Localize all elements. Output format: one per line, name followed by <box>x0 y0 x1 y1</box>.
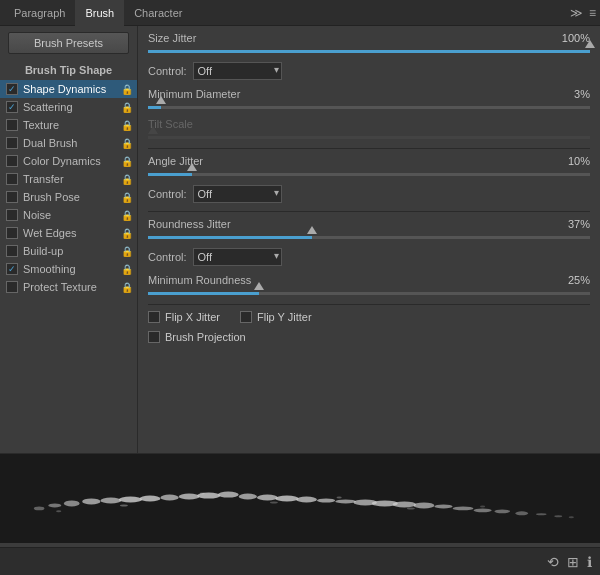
right-panel: Size Jitter 100% Control: Off Fade Pen P… <box>138 26 600 453</box>
divider-1 <box>148 148 590 149</box>
sidebar-item-dual-brush[interactable]: Dual Brush 🔒 <box>0 134 137 152</box>
svg-point-5 <box>119 497 142 503</box>
svg-point-31 <box>200 493 205 495</box>
svg-point-29 <box>56 510 61 512</box>
sidebar-item-wet-edges[interactable]: Wet Edges 🔒 <box>0 224 137 242</box>
checkbox-noise[interactable] <box>6 209 18 221</box>
label-protect-texture: Protect Texture <box>23 281 131 293</box>
min-roundness-row: Minimum Roundness 25% <box>148 274 590 286</box>
tab-character[interactable]: Character <box>124 0 192 26</box>
label-buildup: Build-up <box>23 245 131 257</box>
tilt-scale-row: Tilt Scale <box>148 118 590 130</box>
angle-jitter-row: Angle Jitter 10% <box>148 155 590 167</box>
angle-jitter-slider[interactable] <box>148 169 590 179</box>
svg-point-22 <box>453 506 474 510</box>
lock-icon-texture: 🔒 <box>121 120 133 131</box>
sidebar-item-texture[interactable]: Texture 🔒 <box>0 116 137 134</box>
roundness-jitter-label: Roundness Jitter <box>148 218 231 230</box>
svg-point-24 <box>494 509 510 513</box>
sidebar-item-buildup[interactable]: Build-up 🔒 <box>0 242 137 260</box>
sidebar-item-scattering[interactable]: ✓ Scattering 🔒 <box>0 98 137 116</box>
svg-point-1 <box>48 503 61 507</box>
sidebar: Brush Presets Brush Tip Shape ✓ Shape Dy… <box>0 26 138 453</box>
sidebar-item-transfer[interactable]: Transfer 🔒 <box>0 170 137 188</box>
size-jitter-control-row: Control: Off Fade Pen Pressure Pen Tilt <box>148 62 590 80</box>
checkbox-dual-brush[interactable] <box>6 137 18 149</box>
checkbox-transfer[interactable] <box>6 173 18 185</box>
tab-brush[interactable]: Brush <box>75 0 124 26</box>
tab-bar: Paragraph Brush Character ≫ ≡ <box>0 0 600 26</box>
roundness-jitter-row: Roundness Jitter 37% <box>148 218 590 230</box>
checkbox-texture[interactable] <box>6 119 18 131</box>
lock-icon-brush-pose: 🔒 <box>121 192 133 203</box>
svg-point-32 <box>270 501 278 503</box>
expand-icon[interactable]: ≫ <box>570 6 583 20</box>
control-select-wrapper-1: Off Fade Pen Pressure Pen Tilt <box>193 62 282 80</box>
label-shape-dynamics: Shape Dynamics <box>23 83 131 95</box>
roundness-jitter-value: 37% <box>555 218 590 230</box>
angle-jitter-value: 10% <box>555 155 590 167</box>
control-label-2: Control: <box>148 188 187 200</box>
svg-point-10 <box>218 492 239 498</box>
svg-point-6 <box>140 496 161 502</box>
svg-point-12 <box>257 495 278 501</box>
min-diameter-value: 3% <box>555 88 590 100</box>
control-label-1: Control: <box>148 65 187 77</box>
svg-point-23 <box>473 508 491 512</box>
svg-point-34 <box>407 507 415 509</box>
grid-icon[interactable]: ⊞ <box>567 554 579 570</box>
sidebar-item-brush-pose[interactable]: Brush Pose 🔒 <box>0 188 137 206</box>
checkbox-smoothing[interactable]: ✓ <box>6 263 18 275</box>
tab-icons: ≫ ≡ <box>570 6 596 20</box>
brush-presets-button[interactable]: Brush Presets <box>8 32 129 54</box>
brush-projection-row: Brush Projection <box>148 331 590 343</box>
size-jitter-slider[interactable] <box>148 46 590 56</box>
svg-point-35 <box>480 505 485 507</box>
sidebar-item-noise[interactable]: Noise 🔒 <box>0 206 137 224</box>
bottom-bar: ⟲ ⊞ ℹ <box>0 547 600 575</box>
lock-icon-dual-brush: 🔒 <box>121 138 133 149</box>
sidebar-item-protect-texture[interactable]: Protect Texture 🔒 <box>0 278 137 296</box>
lock-icon-buildup: 🔒 <box>121 246 133 257</box>
info-icon[interactable]: ℹ <box>587 554 592 570</box>
tilt-scale-slider <box>148 132 590 142</box>
control-select-2[interactable]: Off Fade Pen Pressure Pen Tilt <box>193 185 282 203</box>
menu-icon[interactable]: ≡ <box>589 6 596 20</box>
svg-point-27 <box>554 515 562 517</box>
recycle-icon[interactable]: ⟲ <box>547 554 559 570</box>
checkbox-protect-texture[interactable] <box>6 281 18 293</box>
svg-point-30 <box>120 504 128 506</box>
checkbox-color-dynamics[interactable] <box>6 155 18 167</box>
sidebar-item-shape-dynamics[interactable]: ✓ Shape Dynamics 🔒 <box>0 80 137 98</box>
control-select-1[interactable]: Off Fade Pen Pressure Pen Tilt <box>193 62 282 80</box>
size-jitter-label: Size Jitter <box>148 32 196 44</box>
checkbox-brush-pose[interactable] <box>6 191 18 203</box>
sidebar-item-color-dynamics[interactable]: Color Dynamics 🔒 <box>0 152 137 170</box>
roundness-jitter-control-row: Control: Off Fade Pen Pressure Pen Tilt <box>148 248 590 266</box>
tab-paragraph[interactable]: Paragraph <box>4 0 75 26</box>
checkbox-shape-dynamics[interactable]: ✓ <box>6 83 18 95</box>
label-brush-pose: Brush Pose <box>23 191 131 203</box>
label-color-dynamics: Color Dynamics <box>23 155 131 167</box>
checkbox-flip-x[interactable] <box>148 311 160 323</box>
min-roundness-label: Minimum Roundness <box>148 274 251 286</box>
checkbox-flip-y[interactable] <box>240 311 252 323</box>
min-roundness-value: 25% <box>555 274 590 286</box>
checkbox-scattering[interactable]: ✓ <box>6 101 18 113</box>
control-select-3[interactable]: Off Fade Pen Pressure Pen Tilt <box>193 248 282 266</box>
label-dual-brush: Dual Brush <box>23 137 131 149</box>
brush-projection-label: Brush Projection <box>165 331 246 343</box>
flip-y-row: Flip Y Jitter <box>240 311 312 323</box>
svg-point-21 <box>434 504 452 508</box>
checkbox-brush-projection[interactable] <box>148 331 160 343</box>
svg-point-0 <box>34 506 44 510</box>
sidebar-item-smoothing[interactable]: ✓ Smoothing 🔒 <box>0 260 137 278</box>
checkbox-buildup[interactable] <box>6 245 18 257</box>
min-roundness-slider[interactable] <box>148 288 590 298</box>
brush-tip-shape-header: Brush Tip Shape <box>0 62 137 80</box>
svg-point-28 <box>569 516 574 518</box>
checkbox-wet-edges[interactable] <box>6 227 18 239</box>
roundness-jitter-slider[interactable] <box>148 232 590 242</box>
min-diameter-slider[interactable] <box>148 102 590 112</box>
divider-2 <box>148 211 590 212</box>
